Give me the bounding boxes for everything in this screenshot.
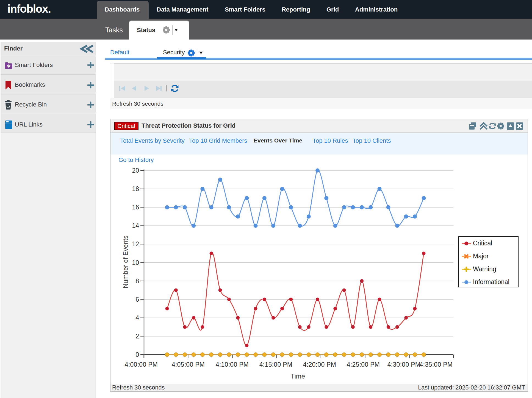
svg-text:4:15:00 PM: 4:15:00 PM: [259, 361, 293, 368]
svg-text:16: 16: [132, 204, 139, 211]
svg-text:2: 2: [135, 333, 139, 340]
svg-text:Critical: Critical: [473, 240, 492, 247]
svg-text:Major: Major: [473, 253, 489, 260]
svg-text:Warning: Warning: [473, 265, 496, 273]
svg-text:8: 8: [135, 278, 139, 285]
svg-text:4:10:00 PM: 4:10:00 PM: [216, 361, 249, 368]
svg-text:4: 4: [135, 314, 139, 321]
svg-text:18: 18: [132, 185, 139, 192]
svg-text:14: 14: [132, 222, 139, 229]
svg-text:6: 6: [135, 296, 139, 303]
svg-text:4:35:00 PM: 4:35:00 PM: [420, 361, 453, 368]
svg-text:20: 20: [132, 167, 139, 174]
svg-text:12: 12: [132, 240, 139, 248]
svg-text:Number of Events: Number of Events: [122, 236, 129, 288]
svg-text:0: 0: [135, 351, 139, 358]
svg-text:4:00:00 PM: 4:00:00 PM: [125, 361, 158, 368]
svg-text:4:20:00 PM: 4:20:00 PM: [303, 361, 336, 368]
svg-text:Informational: Informational: [473, 278, 509, 285]
svg-text:4:05:00 PM: 4:05:00 PM: [172, 361, 205, 368]
svg-text:Time: Time: [291, 372, 305, 380]
svg-text:10: 10: [132, 259, 139, 266]
svg-text:4:25:00 PM: 4:25:00 PM: [347, 361, 380, 368]
svg-text:4:30:00 PM: 4:30:00 PM: [387, 361, 421, 368]
